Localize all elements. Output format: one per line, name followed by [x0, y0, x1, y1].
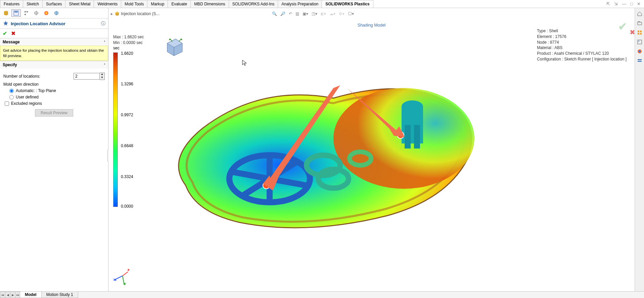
tab-next-icon[interactable]: ▶	[10, 292, 15, 298]
svg-rect-48	[638, 59, 642, 60]
graphics-viewport[interactable]: Shading Model ✔ ✖ Max : 1.6620 sec Min :…	[108, 17, 635, 291]
color-legend: sec 1.6620 1.3296 0.9972 0.6648 0.3324 0…	[113, 46, 120, 207]
svg-rect-23	[405, 125, 411, 148]
navigation-cube[interactable]	[162, 35, 186, 58]
info-element: Element : 17576	[537, 34, 627, 40]
svg-rect-24	[414, 125, 420, 148]
ok-button[interactable]: ✔	[3, 30, 7, 37]
message-header-label: Message	[3, 40, 20, 44]
tab-weldments[interactable]: Weldments	[94, 0, 121, 8]
checkbox-excluded-regions[interactable]	[5, 101, 9, 106]
chevron-up-icon: ˄	[104, 40, 105, 44]
appearances-icon[interactable]	[636, 48, 643, 55]
tab-sheet-metal[interactable]: Sheet Metal	[65, 0, 94, 8]
configuration-icon[interactable]	[21, 9, 31, 17]
model-render	[145, 58, 481, 232]
info-type: Type : Shell	[537, 28, 627, 34]
tab-surfaces[interactable]: Surfaces	[42, 0, 65, 8]
tab-model[interactable]: Model	[20, 292, 42, 298]
display-pane-icon[interactable]	[42, 9, 51, 17]
tab-motion-study[interactable]: Motion Study 1	[41, 292, 78, 298]
legend-unit: sec	[113, 46, 120, 50]
svg-rect-44	[638, 40, 642, 44]
home-icon[interactable]	[636, 10, 643, 17]
open-icon[interactable]	[636, 19, 643, 27]
chevron-up-icon: ˄	[104, 63, 105, 67]
edit-appearance-icon[interactable]: ◐▾	[321, 11, 326, 16]
svg-rect-42	[638, 33, 639, 35]
dock-right-icon[interactable]: ⇲	[614, 1, 618, 6]
message-text: Get advice for placing the injection loc…	[0, 46, 108, 61]
dock-left-icon[interactable]: ⇱	[606, 1, 610, 6]
radio-automatic[interactable]	[9, 89, 14, 93]
view-palette-icon[interactable]	[636, 38, 643, 46]
zoom-fit-icon[interactable]: 🔍	[272, 11, 277, 16]
num-locations-stepper[interactable]: ▲▼	[74, 73, 105, 80]
feature-tree-icon[interactable]	[1, 9, 11, 17]
view-settings-icon[interactable]: ⚙▾	[339, 11, 344, 16]
excluded-regions-label: Excluded regions	[11, 101, 42, 106]
close-icon[interactable]: ✕	[637, 1, 641, 6]
tab-solidworks-plastics[interactable]: SOLIDWORKS Plastics	[322, 0, 373, 8]
properties-icon[interactable]	[636, 57, 643, 65]
tab-markup[interactable]: Markup	[147, 0, 168, 8]
info-product: Product : Asahi Chemical / STYLAC 120	[537, 51, 627, 56]
plastics-tree-icon[interactable]	[52, 9, 61, 17]
tab-first-icon[interactable]: ⏮	[0, 292, 5, 298]
plot-title: Shading Model	[358, 23, 385, 28]
stepper-down-icon[interactable]: ▼	[100, 76, 104, 80]
radio-user-label: User defined	[16, 95, 39, 99]
apply-scene-icon[interactable]: ☁▾	[329, 11, 335, 16]
tab-mold-tools[interactable]: Mold Tools	[121, 0, 147, 8]
tab-features[interactable]: Features	[0, 0, 23, 8]
specify-section-header[interactable]: Specify ˄	[0, 61, 108, 69]
svg-rect-41	[640, 31, 642, 32]
plot-info: Type : Shell Element : 17576 Node : 8774…	[537, 28, 627, 62]
tab-mbd-dimensions[interactable]: MBD Dimensions	[190, 0, 229, 8]
info-material: Material : ABS	[537, 45, 627, 51]
legend-tick: 1.3296	[121, 82, 133, 86]
maximize-icon[interactable]: □	[630, 1, 633, 6]
info-config: Configuration : Sketch Runner [ Injectio…	[537, 56, 627, 62]
radio-automatic-label: Automatic: : Top Plane	[16, 88, 56, 93]
minimize-icon[interactable]: —	[622, 1, 626, 6]
breadcrumb-arrow-icon[interactable]: ▸	[111, 11, 113, 16]
tab-solidworks-addins[interactable]: SOLIDWORKS Add-Ins	[229, 0, 278, 8]
zoom-area-icon[interactable]: 🔎	[280, 11, 285, 16]
num-locations-label: Number of locations:	[3, 74, 71, 79]
previous-view-icon[interactable]: ↶	[289, 11, 292, 16]
part-icon	[115, 11, 120, 16]
view-triad[interactable]: z x y	[113, 266, 132, 285]
tab-sketch[interactable]: Sketch	[23, 0, 43, 8]
svg-rect-4	[25, 14, 26, 15]
screen-icon[interactable]: 🖵▾	[348, 11, 354, 16]
property-manager-icon[interactable]	[11, 9, 21, 17]
cursor-icon	[242, 60, 247, 67]
legend-tick: 0.3324	[121, 174, 133, 179]
svg-rect-1	[14, 11, 18, 12]
command-manager-tabs: Features Sketch Surfaces Sheet Metal Wel…	[0, 0, 644, 8]
cancel-button[interactable]: ✖	[11, 30, 15, 37]
section-view-icon[interactable]: ▥	[295, 11, 299, 16]
property-manager: Injection Location Advisor ⓘ ✔ ✖ Message…	[0, 8, 108, 291]
hud-toolbar: 🔍 🔎 ↶ ▥ ▣▾ ◳▾ ◐▾ ☁▾ ⚙▾ 🖵▾	[272, 11, 354, 16]
library-icon[interactable]	[636, 29, 643, 36]
display-style-icon[interactable]: ▣▾	[303, 11, 308, 16]
svg-rect-3	[27, 11, 28, 12]
message-section-header[interactable]: Message ˄	[0, 38, 108, 46]
dimxpert-icon[interactable]	[32, 9, 41, 17]
hide-show-icon[interactable]: ◳▾	[312, 11, 317, 16]
mold-direction-label: Mold open direction	[3, 82, 105, 87]
info-node: Node : 8774	[537, 40, 627, 45]
tab-prev-icon[interactable]: ◀	[5, 292, 10, 298]
help-icon[interactable]: ⓘ	[101, 20, 105, 27]
radio-user-defined[interactable]	[9, 95, 14, 99]
legend-tick: 0.0000	[121, 204, 133, 209]
svg-point-7	[45, 12, 47, 14]
num-locations-input[interactable]	[74, 73, 100, 80]
tab-evaluate[interactable]: Evaluate	[168, 0, 191, 8]
result-preview-button[interactable]: Result Preview	[35, 109, 73, 117]
svg-rect-40	[638, 31, 639, 32]
breadcrumb-label[interactable]: Injection location (S...	[121, 11, 159, 16]
tab-analysis-preparation[interactable]: Analysis Preparation	[278, 0, 322, 8]
